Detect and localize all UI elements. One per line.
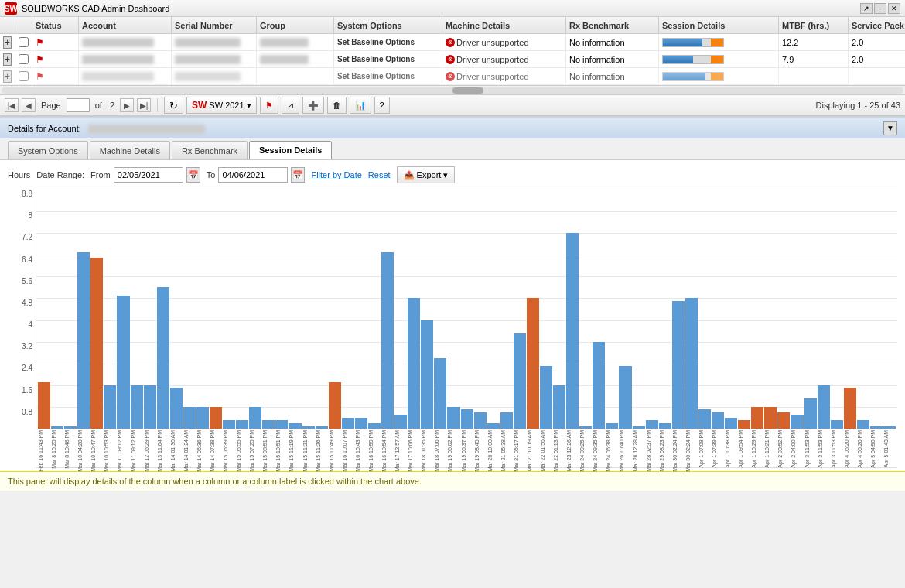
bar-55[interactable] bbox=[764, 407, 777, 429]
bar-7[interactable] bbox=[131, 385, 143, 429]
delete-button[interactable]: 🗑 bbox=[327, 97, 347, 114]
table-row[interactable]: + ⚑ ████████████ ███████████ Set Baselin… bbox=[0, 68, 905, 85]
bar-32[interactable] bbox=[461, 409, 473, 429]
baseline-btn-row1[interactable]: Set Baseline Options bbox=[337, 38, 415, 46]
bar-22[interactable] bbox=[329, 382, 341, 429]
bar-54[interactable] bbox=[751, 407, 763, 429]
row1-checkbox[interactable] bbox=[19, 37, 29, 47]
bar-0[interactable] bbox=[38, 382, 50, 429]
filter-by-date-link[interactable]: Filter by Date bbox=[311, 170, 361, 179]
flag-filter-button[interactable]: ⚑ bbox=[260, 97, 278, 114]
scroll-thumb[interactable] bbox=[452, 87, 483, 94]
bar-31[interactable] bbox=[447, 407, 459, 429]
bar-24[interactable] bbox=[355, 418, 367, 429]
bar-62[interactable] bbox=[857, 420, 869, 429]
add-button[interactable]: ➕ bbox=[302, 97, 324, 114]
bar-12[interactable] bbox=[196, 407, 209, 429]
bar-5[interactable] bbox=[104, 385, 116, 429]
bar-16[interactable] bbox=[249, 407, 261, 429]
bar-6[interactable] bbox=[117, 296, 129, 429]
bar-14[interactable] bbox=[223, 420, 235, 429]
table-row[interactable]: + ⚑ ████████████ ███████████ ████████ Se… bbox=[0, 51, 905, 68]
bar-25[interactable] bbox=[368, 423, 381, 429]
prev-page-button[interactable]: ◀ bbox=[22, 98, 36, 112]
to-date-input[interactable] bbox=[218, 167, 288, 183]
bar-18[interactable] bbox=[275, 420, 288, 429]
bar-43[interactable] bbox=[606, 423, 618, 429]
row3-checkbox[interactable] bbox=[19, 71, 29, 81]
serial-col-header[interactable]: Serial Number bbox=[172, 17, 257, 33]
sessdet-col-header[interactable]: Session Details bbox=[659, 17, 779, 33]
bar-42[interactable] bbox=[593, 342, 605, 429]
export-grid-button[interactable]: 📊 bbox=[350, 97, 371, 114]
bar-56[interactable] bbox=[777, 412, 790, 429]
close-button[interactable]: ✕ bbox=[888, 3, 900, 14]
baseline-btn-row3[interactable]: Set Baseline Options bbox=[337, 72, 415, 80]
bar-59[interactable] bbox=[818, 385, 830, 429]
tab-system-options[interactable]: System Options bbox=[8, 141, 88, 159]
svcpk-col-header[interactable]: Service Pack bbox=[849, 17, 905, 33]
expand-row1[interactable]: + bbox=[3, 36, 12, 49]
tab-session-details[interactable]: Session Details bbox=[249, 141, 332, 159]
bar-26[interactable] bbox=[381, 252, 394, 429]
bar-13[interactable] bbox=[210, 407, 222, 429]
bar-10[interactable] bbox=[170, 388, 183, 429]
bar-15[interactable] bbox=[236, 420, 248, 429]
last-page-button[interactable]: ▶| bbox=[137, 98, 151, 112]
tab-machine-details[interactable]: Machine Details bbox=[90, 141, 170, 159]
bar-40[interactable] bbox=[566, 233, 579, 429]
filter-button[interactable]: ⊿ bbox=[282, 97, 299, 114]
reset-link[interactable]: Reset bbox=[368, 170, 391, 179]
bar-52[interactable] bbox=[725, 418, 737, 429]
bar-28[interactable] bbox=[408, 298, 420, 429]
expand-row2[interactable]: + bbox=[3, 53, 12, 66]
bar-50[interactable] bbox=[698, 409, 711, 429]
bar-51[interactable] bbox=[712, 412, 724, 429]
table-row[interactable]: + ⚑ ████████████ ███████████ ████████ Se… bbox=[0, 34, 905, 51]
bar-34[interactable] bbox=[487, 423, 500, 429]
bar-60[interactable] bbox=[831, 420, 843, 429]
bar-36[interactable] bbox=[514, 333, 526, 429]
bar-8[interactable] bbox=[144, 385, 156, 429]
export-button[interactable]: 📤 Export ▾ bbox=[397, 166, 456, 183]
to-calendar-button[interactable]: 📅 bbox=[291, 167, 305, 183]
row2-checkbox[interactable] bbox=[19, 54, 29, 64]
bar-39[interactable] bbox=[553, 385, 565, 429]
status-col-header[interactable]: Status bbox=[32, 17, 79, 33]
bar-48[interactable] bbox=[672, 301, 685, 429]
group-col-header[interactable]: Group bbox=[257, 17, 334, 33]
bar-38[interactable] bbox=[540, 366, 552, 429]
bar-33[interactable] bbox=[474, 412, 487, 429]
bar-53[interactable] bbox=[738, 420, 750, 429]
mtbf-col-header[interactable]: MTBF (hrs.) bbox=[779, 17, 849, 33]
bar-61[interactable] bbox=[844, 388, 856, 429]
sw-version-button[interactable]: SW SW 2021 ▾ bbox=[186, 97, 257, 114]
bar-49[interactable] bbox=[685, 298, 698, 429]
bar-58[interactable] bbox=[804, 398, 817, 429]
bar-4[interactable] bbox=[90, 258, 103, 429]
scroll-track[interactable] bbox=[2, 87, 903, 94]
from-calendar-button[interactable]: 📅 bbox=[186, 167, 200, 183]
machdet-col-header[interactable]: Machine Details bbox=[442, 17, 566, 33]
baseline-btn-row2[interactable]: Set Baseline Options bbox=[337, 55, 415, 63]
bar-19[interactable] bbox=[289, 423, 301, 429]
collapse-details-button[interactable]: ▼ bbox=[883, 121, 897, 135]
tab-rx-benchmark[interactable]: Rx Benchmark bbox=[172, 141, 248, 159]
bar-29[interactable] bbox=[421, 320, 433, 429]
bar-57[interactable] bbox=[791, 415, 803, 429]
bar-27[interactable] bbox=[394, 415, 407, 429]
from-date-input[interactable] bbox=[114, 167, 183, 183]
refresh-button[interactable]: ↻ bbox=[164, 97, 183, 114]
bar-3[interactable] bbox=[77, 252, 90, 429]
help-button[interactable]: ? bbox=[374, 97, 390, 114]
bar-35[interactable] bbox=[500, 412, 513, 429]
bar-17[interactable] bbox=[262, 420, 275, 429]
restore-button[interactable]: ↗ bbox=[860, 3, 873, 14]
bar-47[interactable] bbox=[659, 423, 671, 429]
account-col-header[interactable]: Account bbox=[79, 17, 172, 33]
horizontal-scrollbar[interactable] bbox=[0, 85, 905, 94]
bar-30[interactable] bbox=[434, 358, 446, 429]
next-page-button[interactable]: ▶ bbox=[120, 98, 134, 112]
bar-44[interactable] bbox=[619, 366, 631, 429]
bar-9[interactable] bbox=[157, 287, 169, 429]
